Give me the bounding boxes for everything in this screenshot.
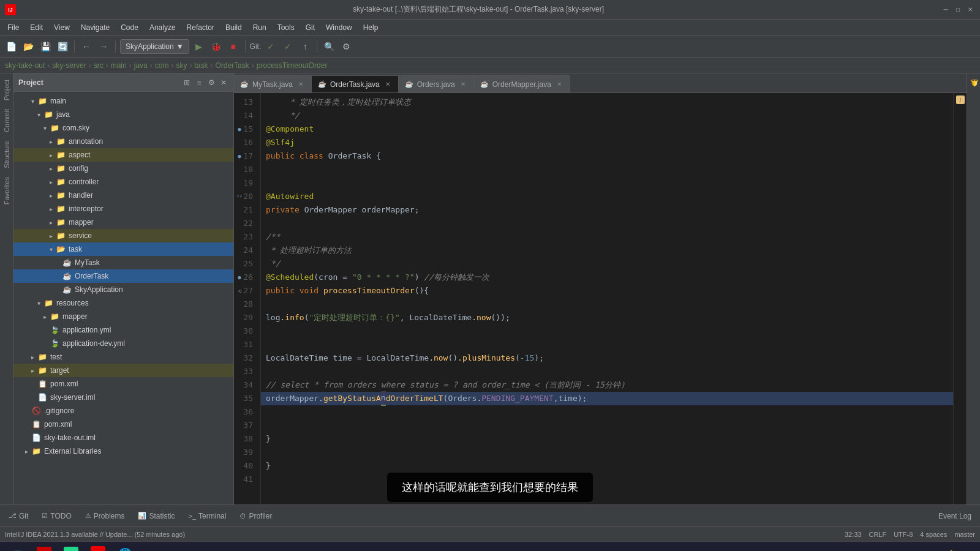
taskbar-chrome-icon[interactable]: 🌐 xyxy=(113,544,137,552)
menu-item-window[interactable]: Window xyxy=(321,21,357,34)
code-line-34[interactable]: // select * from orders where status = ?… xyxy=(261,378,953,392)
tree-item-comsky[interactable]: ▾📁com.sky xyxy=(13,121,233,135)
stop-button[interactable]: ■ xyxy=(226,39,241,54)
menu-item-build[interactable]: Build xyxy=(221,21,247,34)
tree-item-main[interactable]: ▾📁main xyxy=(13,94,233,108)
tree-item-serveriml[interactable]: 📄sky-server.iml xyxy=(13,391,233,404)
run-button[interactable]: ▶ xyxy=(192,39,206,54)
code-line-29[interactable]: log.info("定时处理超时订单：{}", LocalDateTime.no… xyxy=(261,311,953,324)
window-controls[interactable]: ─ □ ✕ xyxy=(941,5,975,15)
breadcrumb-item-8[interactable]: OrderTask xyxy=(215,61,249,70)
debug-button[interactable]: 🐞 xyxy=(209,39,224,54)
line-endings[interactable]: CRLF xyxy=(869,531,886,538)
code-line-19[interactable] xyxy=(261,176,953,190)
code-content[interactable]: * 定时任务类，定时处理订单状态 */@Component@Slf4jpubli… xyxy=(261,93,953,504)
tree-item-SkyApplication[interactable]: ☕SkyApplication xyxy=(13,283,233,296)
maximize-button[interactable]: □ xyxy=(953,5,963,15)
tree-item-resources[interactable]: ▾📁resources xyxy=(13,296,233,310)
breadcrumb-item-7[interactable]: task xyxy=(194,61,208,70)
tab-close-button[interactable]: ✕ xyxy=(383,80,392,89)
tree-item-task[interactable]: ▾📂task xyxy=(13,242,233,256)
notifications-tab-button[interactable]: 🔔 xyxy=(968,76,979,91)
code-line-21[interactable]: private OrderMapper orderMapper; xyxy=(261,203,953,217)
indent-setting[interactable]: 4 spaces xyxy=(920,531,947,538)
code-line-27[interactable]: public void processTimeoutOrder(){ xyxy=(261,284,953,298)
breadcrumb-item-6[interactable]: sky xyxy=(176,61,187,70)
menu-item-edit[interactable]: Edit xyxy=(25,21,48,34)
code-line-36[interactable] xyxy=(261,405,953,419)
open-button[interactable]: 📂 xyxy=(21,39,36,54)
code-line-39[interactable] xyxy=(261,446,953,459)
tree-item-extlibs[interactable]: ▸📁External Libraries xyxy=(13,444,233,458)
code-line-23[interactable]: /** xyxy=(261,230,953,244)
code-line-18[interactable] xyxy=(261,163,953,176)
tree-item-annotation[interactable]: ▸📁annotation xyxy=(13,135,233,148)
tree-item-target[interactable]: ▸📁target xyxy=(13,364,233,377)
code-line-28[interactable] xyxy=(261,298,953,311)
taskbar-b-icon[interactable]: B xyxy=(32,544,56,552)
code-line-14[interactable]: */ xyxy=(261,109,953,122)
breadcrumb-item-2[interactable]: src xyxy=(94,61,104,70)
project-settings-icon[interactable]: ⚙ xyxy=(206,78,216,88)
cursor-position[interactable]: 32:33 xyxy=(845,531,862,538)
taskbar-idea-icon[interactable]: IJ xyxy=(86,544,110,552)
bottom-tab-event-log[interactable]: Event Log xyxy=(932,508,978,525)
file-encoding[interactable]: UTF-8 xyxy=(894,531,913,538)
code-line-35[interactable]: orderMapper.getByStatusAndOrderTimeLT(Or… xyxy=(261,392,953,405)
menu-item-refactor[interactable]: Refactor xyxy=(182,21,219,34)
tree-item-aspect[interactable]: ▸📁aspect xyxy=(13,148,233,162)
bottom-tab-problems[interactable]: ⚠ Problems xyxy=(79,508,131,525)
menu-item-run[interactable]: Run xyxy=(248,21,271,34)
tree-item-pom2[interactable]: 📋pom.xml xyxy=(13,418,233,431)
bottom-tab-git[interactable]: ⎇ Git xyxy=(2,508,34,525)
menu-item-git[interactable]: Git xyxy=(301,21,320,34)
tree-item-pomxml[interactable]: 📋pom.xml xyxy=(13,377,233,391)
menu-item-navigate[interactable]: Navigate xyxy=(76,21,115,34)
bottom-tab-profiler[interactable]: ⏱ Profiler xyxy=(233,508,278,525)
tree-item-service[interactable]: ▸📁service xyxy=(13,229,233,242)
breadcrumb-item-3[interactable]: main xyxy=(111,61,127,70)
code-line-24[interactable]: * 处理超时订单的方法 xyxy=(261,244,953,257)
project-layout-icon[interactable]: ≡ xyxy=(194,78,204,88)
tree-item-appdevyml[interactable]: 🍃application-dev.yml xyxy=(13,337,233,350)
breadcrumb-item-0[interactable]: sky-take-out xyxy=(5,61,45,70)
tree-item-mapper2[interactable]: ▸📁mapper xyxy=(13,310,233,323)
code-line-32[interactable]: LocalDateTime time = LocalDateTime.now()… xyxy=(261,351,953,365)
git-push-button[interactable]: ↑ xyxy=(298,39,312,54)
save-all-button[interactable]: 💾 xyxy=(38,39,53,54)
editor-tab-ordermapperjava[interactable]: ☕ OrderMapper.java ✕ xyxy=(474,75,570,92)
tree-item-interceptor[interactable]: ▸📁interceptor xyxy=(13,202,233,216)
breadcrumb-item-4[interactable]: java xyxy=(134,61,148,70)
code-line-30[interactable] xyxy=(261,324,953,338)
forward-button[interactable]: → xyxy=(96,39,111,54)
code-editor[interactable]: 1314●1516●171819⚡⚡202122232425●26◁272829… xyxy=(234,93,967,504)
menu-item-help[interactable]: Help xyxy=(358,21,383,34)
minimize-button[interactable]: ─ xyxy=(941,5,951,15)
code-line-26[interactable]: @Scheduled(cron = "0 * * * * ?") //每分钟触发… xyxy=(261,271,953,284)
tab-close-button[interactable]: ✕ xyxy=(459,80,467,89)
code-line-40[interactable]: } xyxy=(261,459,953,473)
code-line-31[interactable] xyxy=(261,338,953,351)
tree-item-test[interactable]: ▸📁test xyxy=(13,350,233,364)
search-everywhere-button[interactable]: 🔍 xyxy=(322,39,336,54)
tree-item-config[interactable]: ▸📁config xyxy=(13,162,233,175)
git-commit-button[interactable]: ✓ xyxy=(281,39,295,54)
code-line-41[interactable] xyxy=(261,473,953,486)
breadcrumb-item-5[interactable]: com xyxy=(155,61,169,70)
git-check-button[interactable]: ✓ xyxy=(263,39,278,54)
editor-tab-mytaskjava[interactable]: ☕ MyTask.java ✕ xyxy=(234,75,312,92)
code-line-16[interactable]: @Slf4j xyxy=(261,136,953,149)
close-button[interactable]: ✕ xyxy=(965,5,975,15)
new-file-button[interactable]: 📄 xyxy=(4,39,18,54)
code-line-17[interactable]: public class OrderTask { xyxy=(261,149,953,163)
code-line-22[interactable] xyxy=(261,217,953,230)
start-button[interactable]: ⊞ xyxy=(5,544,29,552)
code-line-20[interactable]: @Autowired xyxy=(261,190,953,203)
code-line-37[interactable] xyxy=(261,419,953,432)
tree-item-OrderTask[interactable]: ☕OrderTask xyxy=(13,269,233,283)
tree-item-handler[interactable]: ▸📁handler xyxy=(13,189,233,202)
code-line-33[interactable] xyxy=(261,365,953,378)
tree-item-skytakeout[interactable]: 📄sky-take-out.iml xyxy=(13,431,233,444)
structure-tab-button[interactable]: Structure xyxy=(1,137,12,172)
project-new-window-icon[interactable]: ⊞ xyxy=(182,78,192,88)
